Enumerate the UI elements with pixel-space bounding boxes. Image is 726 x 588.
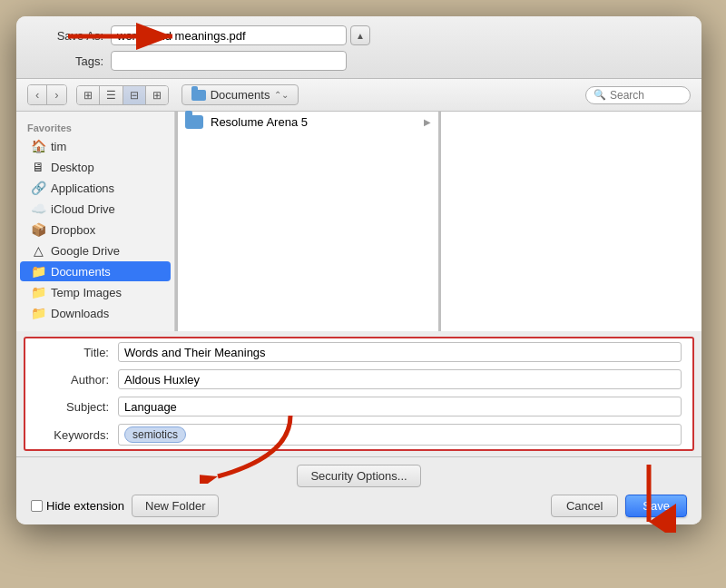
- sidebar-item-google-drive[interactable]: △ Google Drive: [20, 240, 171, 260]
- subject-row: Subject:: [25, 393, 692, 420]
- sidebar-label-icloud: iCloud Drive: [51, 202, 115, 216]
- hide-extension-checkbox[interactable]: [31, 500, 43, 512]
- view-button-group: ⊞ ☰ ⊟ ⊞: [76, 85, 169, 105]
- arrow-right-decoration: [64, 20, 191, 55]
- forward-button[interactable]: ›: [47, 85, 65, 104]
- search-box: 🔍: [585, 86, 691, 104]
- nav-button-group: ‹ ›: [27, 84, 67, 105]
- author-row: Author:: [25, 366, 692, 393]
- title-row: Title:: [25, 338, 692, 366]
- file-list-panel: Resolume Arena 5 ▶: [178, 112, 438, 331]
- sidebar-label-documents: Documents: [51, 265, 111, 279]
- sidebar: Favorites 🏠 tim 🖥 Desktop 🔗 Applications…: [16, 112, 175, 331]
- temp-images-icon: 📁: [31, 285, 45, 299]
- subject-input[interactable]: [118, 397, 682, 416]
- sidebar-label-desktop: Desktop: [51, 161, 94, 174]
- keyword-tag: semiotics: [124, 426, 186, 443]
- google-drive-icon: △: [31, 243, 45, 258]
- sidebar-item-applications[interactable]: 🔗 Applications: [20, 178, 171, 198]
- documents-icon: 📁: [31, 264, 45, 279]
- sidebar-item-desktop[interactable]: 🖥 Desktop: [20, 157, 171, 177]
- author-input[interactable]: [118, 369, 682, 389]
- hide-extension-label: Hide extension: [46, 499, 124, 513]
- folder-icon: [191, 90, 206, 101]
- view-list-button[interactable]: ☰: [100, 86, 123, 104]
- title-input[interactable]: [118, 342, 682, 362]
- desktop-icon: 🖥: [31, 160, 45, 174]
- title-label: Title:: [36, 346, 109, 359]
- sidebar-item-dropbox[interactable]: 📦 Dropbox: [20, 220, 171, 240]
- metadata-wrapper: Title: Author: Subject: Keywords: semiot…: [16, 337, 701, 451]
- applications-icon: 🔗: [31, 181, 45, 195]
- sidebar-item-downloads[interactable]: 📁 Downloads: [20, 303, 171, 323]
- search-input[interactable]: [610, 89, 682, 102]
- tags-label: Tags:: [31, 54, 103, 68]
- save-button[interactable]: Save: [625, 495, 687, 517]
- content-area: Favorites 🏠 tim 🖥 Desktop 🔗 Applications…: [16, 112, 701, 331]
- sidebar-item-temp-images[interactable]: 📁 Temp Images: [20, 282, 171, 302]
- save-dialog: Save As: ▲ Tags: ‹ › ⊞ ☰ ⊟ ⊞ Documents ⌃…: [16, 16, 701, 524]
- empty-panel: [441, 112, 701, 331]
- chevron-right-icon: ▶: [424, 117, 431, 127]
- expand-button[interactable]: ▲: [350, 25, 370, 45]
- metadata-section: Title: Author: Subject: Keywords: semiot…: [24, 337, 694, 451]
- sidebar-label-applications: Applications: [51, 181, 114, 195]
- view-icon-button[interactable]: ⊞: [77, 86, 100, 104]
- security-options-button[interactable]: Security Options...: [297, 465, 420, 487]
- dropbox-icon: 📦: [31, 222, 45, 237]
- sidebar-label-dropbox: Dropbox: [51, 223, 95, 237]
- keywords-label: Keywords:: [36, 428, 109, 442]
- sidebar-section-label: Favorites: [16, 119, 174, 135]
- view-coverflow-button[interactable]: ⊞: [146, 86, 168, 104]
- subject-label: Subject:: [36, 400, 109, 414]
- sidebar-item-tim[interactable]: 🏠 tim: [20, 136, 171, 156]
- cancel-button[interactable]: Cancel: [551, 495, 618, 517]
- search-icon: 🔍: [594, 89, 606, 101]
- back-button[interactable]: ‹: [28, 85, 47, 104]
- sidebar-label-tim: tim: [51, 140, 66, 153]
- home-icon: 🏠: [31, 139, 45, 153]
- list-item[interactable]: Resolume Arena 5 ▶: [178, 112, 438, 132]
- author-label: Author:: [36, 373, 109, 387]
- chevron-up-icon: ▲: [356, 31, 365, 41]
- keywords-row: Keywords: semiotics: [25, 420, 692, 449]
- toolbar: ‹ › ⊞ ☰ ⊟ ⊞ Documents ⌃⌄ 🔍: [16, 79, 701, 112]
- location-chevron: ⌃⌄: [274, 90, 289, 100]
- sidebar-label-temp-images: Temp Images: [51, 286, 122, 299]
- folder-icon: [185, 115, 203, 129]
- keywords-field[interactable]: semiotics: [118, 424, 682, 446]
- sidebar-label-downloads: Downloads: [51, 307, 109, 320]
- file-name: Resolume Arena 5: [211, 115, 308, 129]
- view-column-button[interactable]: ⊟: [123, 86, 146, 104]
- sidebar-item-documents[interactable]: 📁 Documents: [20, 261, 171, 281]
- downloads-icon: 📁: [31, 306, 45, 320]
- hide-extension-group: Hide extension: [31, 499, 124, 513]
- sidebar-label-google-drive: Google Drive: [51, 244, 120, 258]
- location-button[interactable]: Documents ⌃⌄: [182, 84, 299, 105]
- icloud-icon: ☁️: [31, 201, 45, 216]
- new-folder-button[interactable]: New Folder: [132, 495, 219, 517]
- sidebar-item-icloud[interactable]: ☁️ iCloud Drive: [20, 199, 171, 219]
- bottom-bar: Security Options... Hide extension New F…: [16, 456, 701, 524]
- location-label: Documents: [211, 88, 270, 102]
